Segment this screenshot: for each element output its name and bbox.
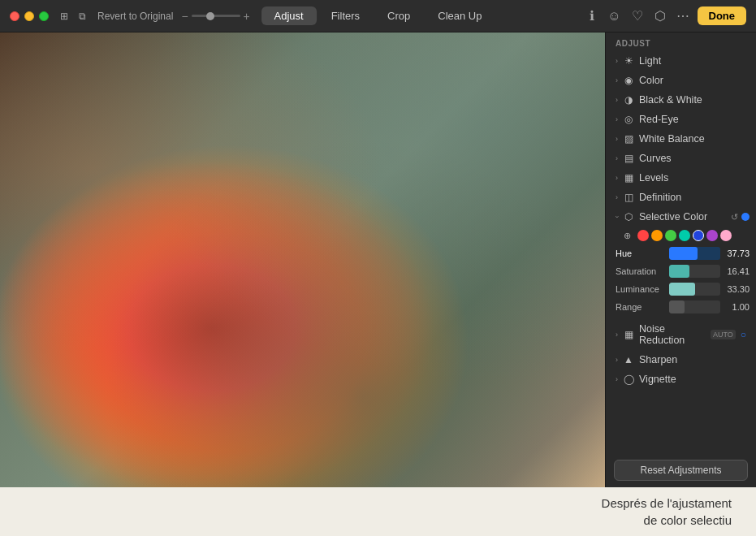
sharpen-label: Sharpen	[639, 354, 746, 365]
revert-to-original-button[interactable]: Revert to Original	[97, 11, 173, 22]
sidebar-item-sharpen[interactable]: › ▲ Sharpen	[606, 350, 756, 370]
swatch-blue[interactable]	[693, 230, 704, 241]
photo-overlay	[0, 32, 605, 487]
zoom-control: − +	[181, 10, 249, 23]
photo-image	[0, 32, 605, 487]
share-icon[interactable]: ⬡	[652, 8, 668, 24]
done-button[interactable]: Done	[698, 6, 747, 25]
saturation-value: 16.41	[724, 266, 750, 276]
right-panel: ADJUST › ☀ Light › ◉ Color › ◑ Black & W…	[605, 32, 756, 487]
luminance-label: Luminance	[616, 284, 666, 294]
swatch-purple[interactable]	[706, 230, 718, 241]
zoom-slider[interactable]	[192, 15, 240, 17]
swatch-orange[interactable]	[651, 230, 663, 241]
close-button[interactable]	[10, 11, 19, 21]
range-label: Range	[616, 302, 666, 312]
sidebar-item-red-eye[interactable]: › ◎ Red-Eye	[606, 110, 756, 129]
sidebar-item-definition[interactable]: › ◫ Definition	[606, 188, 756, 207]
panel-header: ADJUST	[606, 32, 756, 51]
reset-adjustments-button[interactable]: Reset Adjustments	[614, 460, 748, 481]
undo-icon[interactable]: ↺	[731, 212, 738, 223]
swatch-green[interactable]	[665, 230, 676, 241]
white-balance-label: White Balance	[639, 133, 746, 145]
definition-icon: ◫	[623, 192, 634, 203]
black-white-label: Black & White	[639, 94, 746, 106]
color-label: Color	[639, 75, 746, 86]
sidebar-item-levels[interactable]: › ▦ Levels	[606, 168, 756, 188]
chevron-icon: ›	[616, 135, 618, 143]
chevron-icon: ›	[616, 57, 618, 65]
info-icon[interactable]: ℹ	[584, 8, 600, 24]
hue-slider-row[interactable]: Hue 37.73	[606, 244, 756, 262]
titlebar: ⊞ ⧉ Revert to Original − + Adjust Filter…	[0, 0, 756, 32]
noise-active-icon: ○	[741, 329, 746, 340]
minimize-button[interactable]	[24, 11, 34, 21]
chevron-icon: ›	[616, 154, 618, 162]
selective-color-actions: ↺	[731, 212, 750, 223]
range-slider-row[interactable]: Range 1.00	[606, 298, 756, 316]
vignette-label: Vignette	[639, 374, 746, 385]
selective-color-label: Selective Color	[639, 211, 726, 223]
tab-filters[interactable]: Filters	[318, 6, 373, 25]
tab-cleanup[interactable]: Clean Up	[425, 6, 495, 25]
swatch-teal[interactable]	[679, 230, 690, 241]
hue-label: Hue	[616, 249, 666, 258]
selective-color-icon: ⬡	[623, 211, 634, 223]
hue-slider[interactable]	[669, 247, 720, 260]
light-label: Light	[639, 55, 746, 67]
sidebar-item-curves[interactable]: › ▤ Curves	[606, 149, 756, 168]
color-swatches: ⊕	[606, 227, 756, 244]
sliders-section: Hue 37.73 Saturation 16.41	[606, 244, 756, 319]
luminance-fill	[669, 283, 695, 296]
panel-list: › ☀ Light › ◉ Color › ◑ Black & White › …	[606, 51, 756, 453]
tab-adjust[interactable]: Adjust	[261, 6, 317, 25]
titlebar-right: ℹ ☺ ♡ ⬡ ⋯ Done	[584, 6, 747, 25]
eyedropper-icon[interactable]: ⊕	[624, 230, 635, 241]
tab-crop[interactable]: Crop	[374, 6, 423, 25]
tooltip-area: Després de l'ajustament de color selecti…	[0, 487, 756, 536]
sharpen-icon: ▲	[623, 354, 634, 365]
maximize-button[interactable]	[39, 11, 49, 21]
sidebar-item-white-balance[interactable]: › ▨ White Balance	[606, 129, 756, 149]
sidebar-item-noise-reduction[interactable]: › ▦ Noise Reduction AUTO ○	[606, 319, 756, 350]
noise-reduction-icon: ▦	[623, 329, 634, 340]
light-icon: ☀	[623, 55, 634, 67]
white-balance-icon: ▨	[623, 133, 634, 145]
hue-fill	[669, 247, 698, 260]
sidebar-item-light[interactable]: › ☀ Light	[606, 51, 756, 71]
emoji-icon[interactable]: ☺	[607, 8, 623, 24]
range-value: 1.00	[724, 302, 750, 312]
vignette-icon: ◯	[623, 374, 634, 385]
sidebar-item-black-white[interactable]: › ◑ Black & White	[606, 90, 756, 110]
levels-label: Levels	[639, 172, 746, 184]
saturation-slider[interactable]	[669, 265, 720, 278]
saturation-fill	[669, 265, 689, 278]
sidebar-item-vignette[interactable]: › ◯ Vignette	[606, 370, 756, 389]
expanded-chevron-icon: ›	[613, 216, 621, 218]
photo-area	[0, 32, 605, 487]
heart-icon[interactable]: ♡	[629, 8, 646, 24]
more-icon[interactable]: ⋯	[675, 8, 691, 24]
zoom-in-button[interactable]: +	[244, 10, 250, 23]
chevron-icon: ›	[616, 115, 618, 123]
zoom-slider-thumb	[206, 12, 214, 20]
zoom-out-button[interactable]: −	[181, 10, 188, 23]
swatch-pink[interactable]	[720, 230, 732, 241]
sidebar-item-color[interactable]: › ◉ Color	[606, 71, 756, 90]
range-slider[interactable]	[669, 300, 720, 313]
saturation-slider-row[interactable]: Saturation 16.41	[606, 262, 756, 280]
curves-icon: ▤	[623, 153, 634, 164]
swatch-red[interactable]	[637, 230, 649, 241]
color-icon: ◉	[623, 75, 634, 86]
grid-view-icon[interactable]: ⊞	[57, 9, 71, 24]
tooltip-text: Després de l'ajustament de color selecti…	[602, 495, 732, 529]
tooltip-line2: de color selectiu	[644, 513, 732, 527]
definition-label: Definition	[639, 192, 746, 203]
luminance-slider-row[interactable]: Luminance 33.30	[606, 280, 756, 298]
range-fill	[669, 300, 685, 313]
red-eye-label: Red-Eye	[639, 114, 746, 125]
selective-color-header[interactable]: › ⬡ Selective Color ↺	[606, 207, 756, 227]
hue-value: 37.73	[724, 249, 750, 258]
compare-view-icon[interactable]: ⧉	[75, 9, 89, 24]
luminance-slider[interactable]	[669, 283, 720, 296]
